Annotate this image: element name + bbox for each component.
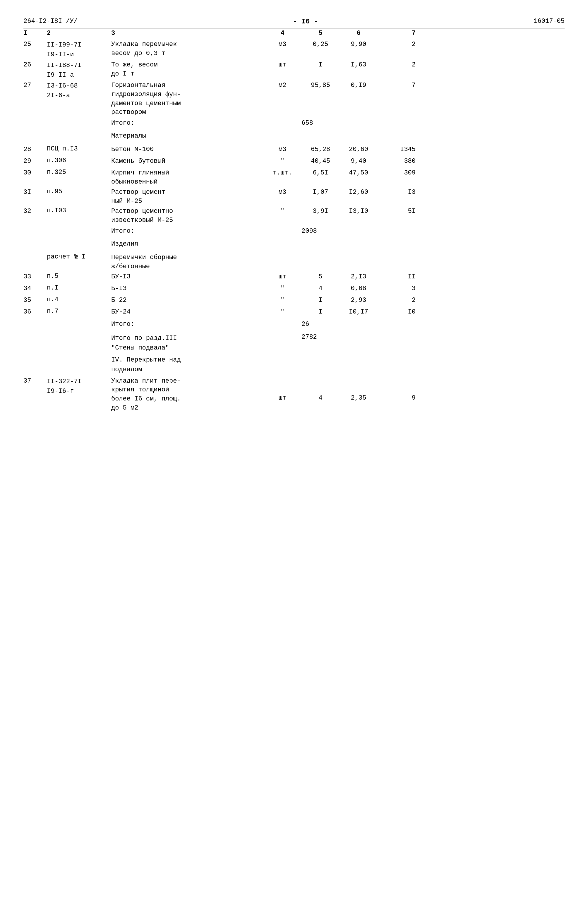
row-unit: " [264, 207, 301, 215]
page-number: - I6 - [293, 17, 318, 25]
raschet-unit [264, 253, 301, 254]
table-row: 33 п.5 БУ-I3 шт 5 2,I3 II [23, 273, 565, 283]
itogo-razdel-value: 2782 [301, 334, 317, 341]
row-price: I,63 [340, 60, 378, 68]
col-header-7: 7 [378, 29, 416, 37]
row-ref: п.325 [47, 168, 111, 176]
itogo-value-2: 2098 [301, 227, 317, 235]
row-total: 380 [378, 157, 416, 165]
row-price: 9,40 [340, 157, 378, 165]
itogo-row-1: Итого: 658 [23, 119, 565, 130]
row-desc: БУ-I3 [111, 273, 264, 282]
itogo-label-2: Итого: [111, 227, 176, 235]
doc-code: 16017-05 [534, 17, 565, 25]
row-price: 47,50 [340, 168, 378, 176]
col-header-6: 6 [340, 29, 378, 37]
row-total: 2 [378, 60, 416, 68]
table-row: 34 п.I Б-I3 " 4 0,68 3 [23, 284, 565, 295]
row-unit: м3 [264, 40, 301, 48]
row-price: I2,60 [340, 188, 378, 196]
row-unit: шт [264, 377, 301, 402]
table-row: 37 II-322-7II9-I6-г Укладка плит пере-кр… [23, 377, 565, 413]
row-price: 2,93 [340, 296, 378, 304]
row-ref: I3-I6-682I-6-а [47, 81, 111, 100]
row-unit: " [264, 308, 301, 315]
itogo-label-3: Итого: [111, 321, 176, 328]
row-price: 0,68 [340, 284, 378, 292]
row-unit: шт [264, 273, 301, 280]
row-num: 26 [23, 60, 47, 68]
row-price: I0,I7 [340, 308, 378, 315]
row-desc: Горизонтальнаягидроизоляция фун-даментов… [111, 81, 264, 117]
row-num: 35 [23, 296, 47, 304]
row-price: 2,35 [340, 377, 378, 402]
row-unit: т.шт. [264, 168, 301, 176]
row-ref: ПСЦ п.I3 [47, 145, 111, 153]
row-desc: Б-I3 [111, 284, 264, 293]
row-qty: 65,28 [301, 145, 340, 153]
row-desc: Раствор цементно-известковый М-25 [111, 207, 264, 225]
row-total: I3 [378, 188, 416, 196]
row-total: II [378, 273, 416, 280]
row-unit: " [264, 284, 301, 292]
row-desc: Камень бутовый [111, 157, 264, 166]
row-qty: I,07 [301, 188, 340, 196]
itogo-row-3: Итого: 26 [23, 321, 565, 331]
row-total: I345 [378, 145, 416, 153]
materials-label: Материалы [111, 132, 146, 140]
row-qty: I [301, 296, 340, 304]
row-desc: Б-22 [111, 296, 264, 305]
row-ref: II-I99-7II9-II-и [47, 40, 111, 59]
row-total: I0 [378, 308, 416, 315]
row-total: 7 [378, 81, 416, 89]
row-total: 9 [378, 377, 416, 402]
row-num: 28 [23, 145, 47, 153]
row-desc: То же, весомдо I т [111, 60, 264, 79]
row-qty: 95,85 [301, 81, 340, 89]
raschet-qty [301, 253, 340, 254]
row-qty: 4 [301, 284, 340, 292]
row-ref: п.306 [47, 157, 111, 164]
row-price: 20,60 [340, 145, 378, 153]
table-row: 36 п.7 БУ-24 " I I0,I7 I0 [23, 308, 565, 318]
row-ref: п.7 [47, 308, 111, 315]
row-num-empty [23, 253, 47, 254]
row-num: 25 [23, 40, 47, 48]
row-num: 30 [23, 168, 47, 176]
row-unit: шт [264, 60, 301, 68]
row-total: 2 [378, 296, 416, 304]
itogo-row-2: Итого: 2098 [23, 227, 565, 238]
row-unit: " [264, 296, 301, 304]
table-row: 35 п.4 Б-22 " I 2,93 2 [23, 296, 565, 306]
row-qty: 4 [301, 377, 340, 402]
row-total: 3 [378, 284, 416, 292]
doc-number: 264-I2-I8I /У/ [23, 17, 77, 25]
raschet-total [378, 253, 416, 254]
raschet-ref: расчет № I [47, 253, 111, 261]
table-row: 27 I3-I6-682I-6-а Горизонтальнаягидроизо… [23, 81, 565, 117]
itogo-value-3: 26 [301, 321, 309, 328]
row-desc: Укладка перемычеквесом до 0,3 т [111, 40, 264, 58]
table-row: 32 п.I03 Раствор цементно-известковый М-… [23, 207, 565, 225]
col-header-2: 2 [47, 29, 111, 37]
products-heading: Изделия [23, 240, 565, 251]
materials-heading: Материалы [23, 132, 565, 143]
row-num: 27 [23, 81, 47, 89]
itogo-value-1: 658 [301, 119, 313, 127]
row-num: 36 [23, 308, 47, 315]
row-qty: 6,5I [301, 168, 340, 176]
row-unit: м2 [264, 81, 301, 89]
page-header: 264-I2-I8I /У/ - I6 - 16017-05 [23, 17, 565, 25]
raschet-desc: Перемычки сборныеж/бетонные [111, 253, 264, 271]
row-price: I3,I0 [340, 207, 378, 215]
products-label: Изделия [111, 240, 138, 248]
row-qty: 3,9I [301, 207, 340, 215]
row-ref: п.4 [47, 296, 111, 303]
row-num: 37 [23, 377, 47, 385]
row-qty: I [301, 308, 340, 315]
col-header-3: 3 [111, 29, 264, 37]
col-header-1: I [23, 29, 47, 37]
col-header-5: 5 [301, 29, 340, 37]
row-price: 0,I9 [340, 81, 378, 89]
row-desc: Бетон М-100 [111, 145, 264, 154]
